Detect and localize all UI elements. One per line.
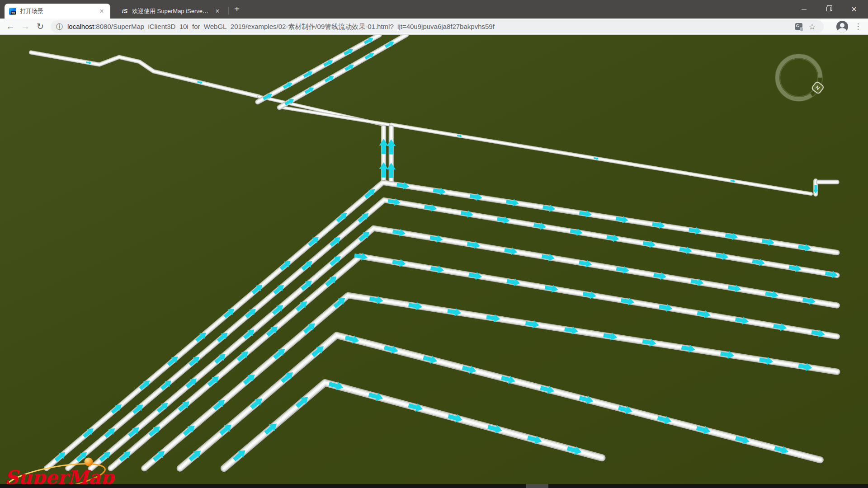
taskbar-segment	[526, 484, 548, 488]
minimize-icon	[802, 9, 807, 9]
webgl-scene-viewport[interactable]: N SuperMap	[0, 35, 868, 488]
pipe-fan-pipe-7	[224, 380, 602, 468]
compass-inner-ring	[780, 59, 818, 97]
url-text[interactable]: localhost:8080/SuperMap_iClient3D_10i_fo…	[67, 23, 795, 31]
new-tab-button[interactable]: +	[231, 4, 242, 15]
webstorm-icon: WS	[9, 8, 16, 15]
tab-close-icon[interactable]: ×	[98, 7, 106, 15]
browser-window: WS 打开场景 × iS 欢迎使用 SuperMap iServer 10i ×…	[0, 0, 868, 488]
pipe-fan-pipe-2	[68, 197, 838, 468]
compass-ring	[778, 56, 821, 99]
tab-title: 打开场景	[20, 7, 94, 15]
pipes-layer	[31, 35, 838, 468]
scene-canvas[interactable]: N	[0, 35, 868, 488]
tab-separator	[228, 7, 229, 15]
pipe-vertical-riser-right	[387, 127, 396, 182]
flow-arrow	[379, 162, 388, 177]
avatar-head	[840, 23, 844, 28]
reload-button[interactable]: ↻	[34, 20, 47, 33]
browser-toolbar: ← → ↻ ⓘ localhost:8080/SuperMap_iClient3…	[0, 19, 868, 35]
address-bar[interactable]: ⓘ localhost:8080/SuperMap_iClient3D_10i_…	[51, 20, 824, 33]
profile-avatar[interactable]	[836, 21, 848, 33]
avatar-body	[838, 28, 847, 33]
close-button[interactable]: ×	[844, 0, 864, 19]
url-host: localhost	[67, 23, 94, 30]
pipe-long-east-line	[391, 125, 811, 194]
tab-open-scene[interactable]: WS 打开场景 ×	[5, 4, 110, 19]
iserver-icon: iS	[121, 8, 128, 15]
minimize-button[interactable]	[793, 0, 814, 19]
pipe-upper-diagonal-right	[279, 35, 406, 108]
pipe-upper-link-right	[279, 107, 391, 125]
restore-button[interactable]	[818, 0, 839, 19]
pipe-upper-diagonal-left	[258, 35, 379, 102]
flow-arrow	[387, 139, 396, 154]
forward-button[interactable]: →	[19, 20, 32, 33]
back-button[interactable]: ←	[4, 20, 17, 33]
compass-north-marker[interactable]: N	[811, 81, 824, 94]
browser-menu-icon[interactable]: ⋮	[852, 20, 864, 33]
pipe-vertical-riser-left	[379, 127, 388, 182]
tab-title: 欢迎使用 SuperMap iServer 10i	[132, 7, 210, 15]
taskbar-edge-strip	[0, 484, 868, 488]
compass-navigation-widget[interactable]: N	[775, 54, 824, 101]
tab-iserver-welcome[interactable]: iS 欢迎使用 SuperMap iServer 10i ×	[117, 4, 226, 19]
tab-strip: WS 打开场景 × iS 欢迎使用 SuperMap iServer 10i ×…	[0, 0, 868, 19]
pipe-top-left-zigzag	[31, 52, 259, 97]
page-info-icon[interactable]: ⓘ	[56, 23, 63, 31]
bookmark-star-icon[interactable]: ☆	[809, 22, 816, 32]
translate-icon[interactable]: G	[795, 23, 802, 30]
url-path: :8080/SuperMap_iClient3D_10i_for_WebGL_2…	[94, 23, 495, 30]
tab-close-icon[interactable]: ×	[213, 7, 222, 15]
flow-arrow	[379, 139, 388, 154]
restore-icon	[826, 7, 831, 11]
flow-arrow	[387, 163, 396, 178]
